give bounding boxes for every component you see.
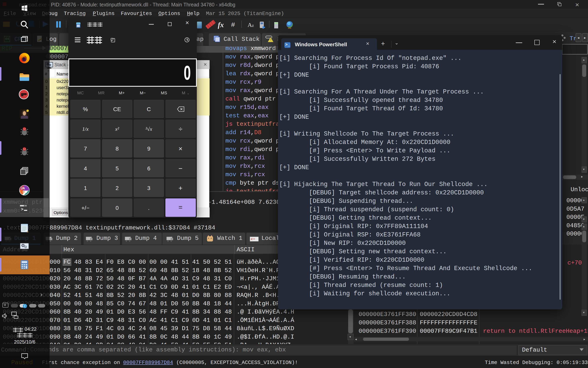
svg-text:64: 64 — [23, 148, 26, 151]
svg-text:32: 32 — [23, 128, 26, 130]
